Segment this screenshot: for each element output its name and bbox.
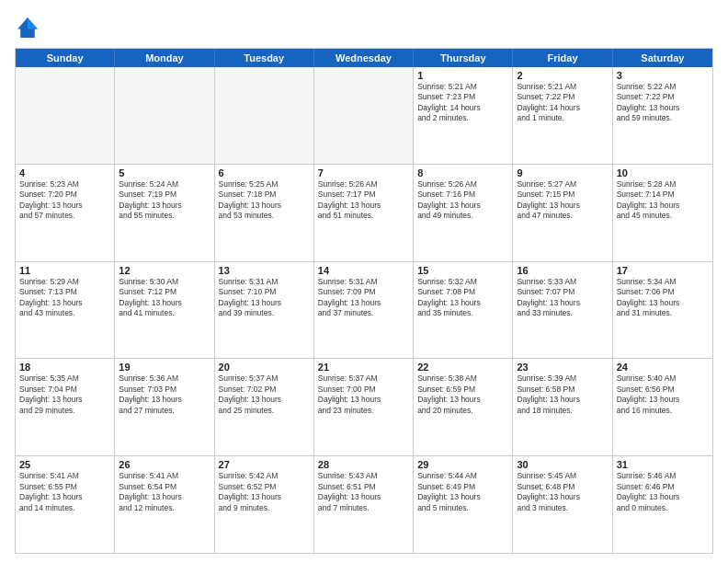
day-number: 18 (19, 362, 110, 373)
calendar-cell: 11Sunrise: 5:29 AM Sunset: 7:13 PM Dayli… (16, 262, 115, 359)
day-number: 3 (617, 70, 709, 81)
cell-details: Sunrise: 5:33 AM Sunset: 7:07 PM Dayligh… (517, 277, 608, 319)
calendar-cell: 1Sunrise: 5:21 AM Sunset: 7:23 PM Daylig… (414, 67, 513, 164)
day-number: 15 (417, 265, 508, 276)
calendar-cell: 21Sunrise: 5:37 AM Sunset: 7:00 PM Dayli… (314, 359, 414, 455)
calendar-header: SundayMondayTuesdayWednesdayThursdayFrid… (16, 49, 712, 67)
calendar-row-3: 18Sunrise: 5:35 AM Sunset: 7:04 PM Dayli… (16, 358, 712, 455)
weekday-header-saturday: Saturday (613, 49, 712, 67)
day-number: 17 (617, 265, 709, 276)
cell-details: Sunrise: 5:42 AM Sunset: 6:52 PM Dayligh… (219, 471, 310, 513)
cell-details: Sunrise: 5:32 AM Sunset: 7:08 PM Dayligh… (417, 277, 508, 319)
day-number: 10 (617, 167, 709, 178)
cell-details: Sunrise: 5:37 AM Sunset: 7:02 PM Dayligh… (219, 373, 310, 416)
day-number: 25 (19, 459, 110, 470)
weekday-header-thursday: Thursday (414, 49, 513, 67)
calendar-cell: 26Sunrise: 5:41 AM Sunset: 6:54 PM Dayli… (115, 456, 214, 553)
calendar-row-1: 4Sunrise: 5:23 AM Sunset: 7:20 PM Daylig… (16, 164, 712, 261)
calendar-cell: 2Sunrise: 5:21 AM Sunset: 7:22 PM Daylig… (513, 67, 612, 164)
cell-details: Sunrise: 5:35 AM Sunset: 7:04 PM Dayligh… (19, 373, 110, 416)
calendar-cell: 28Sunrise: 5:43 AM Sunset: 6:51 PM Dayli… (314, 456, 414, 553)
day-number: 20 (219, 362, 310, 373)
calendar-body: 1Sunrise: 5:21 AM Sunset: 7:23 PM Daylig… (16, 67, 712, 553)
calendar-cell: 4Sunrise: 5:23 AM Sunset: 7:20 PM Daylig… (16, 165, 115, 261)
calendar-cell: 5Sunrise: 5:24 AM Sunset: 7:19 PM Daylig… (115, 165, 214, 261)
cell-details: Sunrise: 5:21 AM Sunset: 7:23 PM Dayligh… (417, 82, 508, 124)
calendar-cell: 9Sunrise: 5:27 AM Sunset: 7:15 PM Daylig… (513, 165, 612, 261)
logo-icon (15, 15, 40, 40)
cell-details: Sunrise: 5:45 AM Sunset: 6:48 PM Dayligh… (517, 471, 608, 513)
calendar-row-0: 1Sunrise: 5:21 AM Sunset: 7:23 PM Daylig… (16, 67, 712, 164)
day-number: 21 (318, 362, 409, 373)
calendar-cell: 14Sunrise: 5:31 AM Sunset: 7:09 PM Dayli… (314, 262, 414, 359)
cell-details: Sunrise: 5:21 AM Sunset: 7:22 PM Dayligh… (517, 82, 608, 124)
calendar-cell: 19Sunrise: 5:36 AM Sunset: 7:03 PM Dayli… (115, 359, 214, 455)
weekday-header-monday: Monday (115, 49, 214, 67)
calendar-cell: 7Sunrise: 5:26 AM Sunset: 7:17 PM Daylig… (314, 165, 414, 261)
cell-details: Sunrise: 5:36 AM Sunset: 7:03 PM Dayligh… (119, 373, 210, 416)
day-number: 4 (19, 167, 110, 178)
cell-details: Sunrise: 5:43 AM Sunset: 6:51 PM Dayligh… (318, 471, 409, 513)
day-number: 14 (318, 265, 409, 276)
day-number: 26 (119, 459, 210, 470)
weekday-header-wednesday: Wednesday (314, 49, 414, 67)
calendar-cell: 29Sunrise: 5:44 AM Sunset: 6:49 PM Dayli… (414, 456, 513, 553)
cell-details: Sunrise: 5:26 AM Sunset: 7:17 PM Dayligh… (318, 179, 409, 222)
day-number: 1 (417, 70, 508, 81)
day-number: 31 (617, 459, 709, 470)
day-number: 12 (119, 265, 210, 276)
calendar-cell: 18Sunrise: 5:35 AM Sunset: 7:04 PM Dayli… (16, 359, 115, 455)
calendar-cell: 12Sunrise: 5:30 AM Sunset: 7:12 PM Dayli… (115, 262, 214, 359)
calendar-cell: 27Sunrise: 5:42 AM Sunset: 6:52 PM Dayli… (215, 456, 314, 553)
cell-details: Sunrise: 5:34 AM Sunset: 7:06 PM Dayligh… (617, 277, 709, 319)
calendar-cell (16, 67, 115, 164)
calendar-cell: 13Sunrise: 5:31 AM Sunset: 7:10 PM Dayli… (215, 262, 314, 359)
cell-details: Sunrise: 5:39 AM Sunset: 6:58 PM Dayligh… (517, 373, 608, 416)
calendar-cell (115, 67, 214, 164)
logo (15, 15, 44, 40)
cell-details: Sunrise: 5:37 AM Sunset: 7:00 PM Dayligh… (318, 373, 409, 416)
weekday-header-sunday: Sunday (16, 49, 115, 67)
day-number: 22 (417, 362, 508, 373)
calendar-cell: 8Sunrise: 5:26 AM Sunset: 7:16 PM Daylig… (414, 165, 513, 261)
cell-details: Sunrise: 5:38 AM Sunset: 6:59 PM Dayligh… (417, 373, 508, 416)
page: SundayMondayTuesdayWednesdayThursdayFrid… (0, 0, 728, 563)
day-number: 27 (219, 459, 310, 470)
calendar-cell: 17Sunrise: 5:34 AM Sunset: 7:06 PM Dayli… (613, 262, 712, 359)
calendar-row-2: 11Sunrise: 5:29 AM Sunset: 7:13 PM Dayli… (16, 261, 712, 359)
calendar-cell: 23Sunrise: 5:39 AM Sunset: 6:58 PM Dayli… (513, 359, 612, 455)
weekday-header-friday: Friday (513, 49, 612, 67)
cell-details: Sunrise: 5:24 AM Sunset: 7:19 PM Dayligh… (119, 179, 210, 222)
calendar-cell: 20Sunrise: 5:37 AM Sunset: 7:02 PM Dayli… (215, 359, 314, 455)
day-number: 23 (517, 362, 608, 373)
cell-details: Sunrise: 5:31 AM Sunset: 7:10 PM Dayligh… (219, 277, 310, 319)
day-number: 16 (517, 265, 608, 276)
cell-details: Sunrise: 5:41 AM Sunset: 6:55 PM Dayligh… (19, 471, 110, 513)
cell-details: Sunrise: 5:28 AM Sunset: 7:14 PM Dayligh… (617, 179, 709, 222)
calendar-cell (314, 67, 414, 164)
calendar-cell: 24Sunrise: 5:40 AM Sunset: 6:56 PM Dayli… (613, 359, 712, 455)
calendar-cell (215, 67, 314, 164)
cell-details: Sunrise: 5:25 AM Sunset: 7:18 PM Dayligh… (219, 179, 310, 222)
calendar-cell: 10Sunrise: 5:28 AM Sunset: 7:14 PM Dayli… (613, 165, 712, 261)
cell-details: Sunrise: 5:27 AM Sunset: 7:15 PM Dayligh… (517, 179, 608, 222)
day-number: 6 (219, 167, 310, 178)
cell-details: Sunrise: 5:30 AM Sunset: 7:12 PM Dayligh… (119, 277, 210, 319)
calendar-cell: 25Sunrise: 5:41 AM Sunset: 6:55 PM Dayli… (16, 456, 115, 553)
header (15, 15, 713, 40)
day-number: 9 (517, 167, 608, 178)
calendar-cell: 15Sunrise: 5:32 AM Sunset: 7:08 PM Dayli… (414, 262, 513, 359)
day-number: 28 (318, 459, 409, 470)
cell-details: Sunrise: 5:41 AM Sunset: 6:54 PM Dayligh… (119, 471, 210, 513)
calendar: SundayMondayTuesdayWednesdayThursdayFrid… (15, 48, 713, 554)
calendar-cell: 16Sunrise: 5:33 AM Sunset: 7:07 PM Dayli… (513, 262, 612, 359)
cell-details: Sunrise: 5:40 AM Sunset: 6:56 PM Dayligh… (617, 373, 709, 416)
day-number: 24 (617, 362, 709, 373)
svg-marker-1 (28, 17, 38, 29)
cell-details: Sunrise: 5:22 AM Sunset: 7:22 PM Dayligh… (617, 82, 709, 124)
cell-details: Sunrise: 5:23 AM Sunset: 7:20 PM Dayligh… (19, 179, 110, 222)
day-number: 30 (517, 459, 608, 470)
calendar-cell: 31Sunrise: 5:46 AM Sunset: 6:46 PM Dayli… (613, 456, 712, 553)
day-number: 11 (19, 265, 110, 276)
calendar-cell: 22Sunrise: 5:38 AM Sunset: 6:59 PM Dayli… (414, 359, 513, 455)
